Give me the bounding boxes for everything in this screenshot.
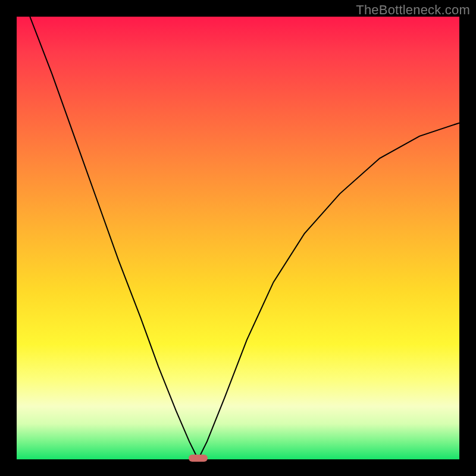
plot-area [17, 17, 459, 459]
chart-frame: TheBottleneck.com [0, 0, 476, 476]
watermark-text: TheBottleneck.com [356, 2, 470, 18]
minimum-marker [189, 455, 208, 462]
bottleneck-curve [17, 17, 459, 459]
